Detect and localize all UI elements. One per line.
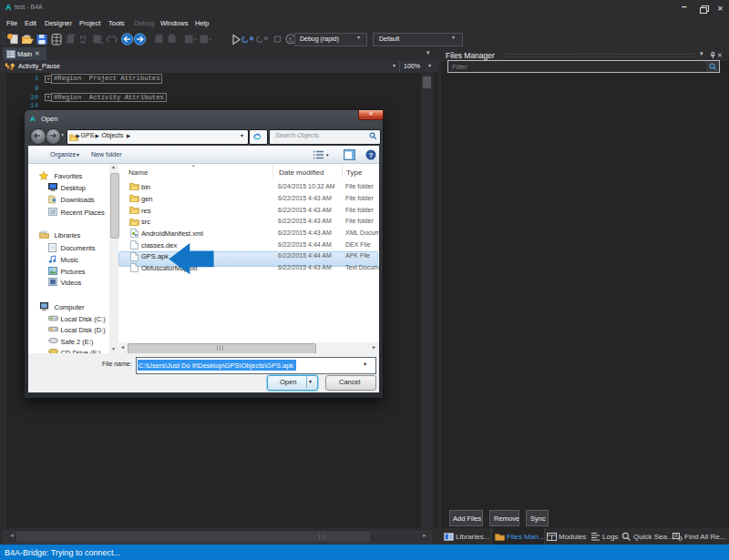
svg-text:?: ? [369,151,374,159]
svg-text:S: S [289,36,293,43]
